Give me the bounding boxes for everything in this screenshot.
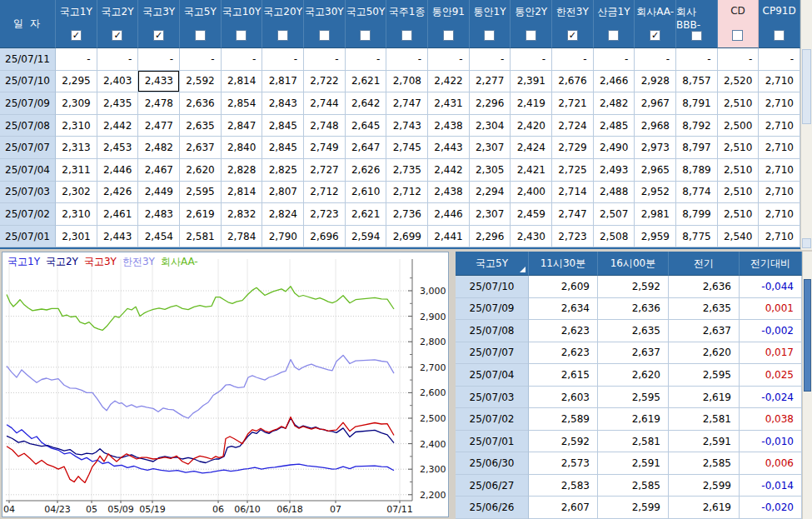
detail-value-cell[interactable]: 2,589 bbox=[529, 408, 598, 431]
value-cell[interactable]: 2,443 bbox=[97, 226, 139, 248]
column-checkbox[interactable]: ✓ bbox=[319, 30, 330, 41]
value-cell[interactable]: 2,493 bbox=[594, 159, 635, 182]
detail-value-cell[interactable]: 2,595 bbox=[598, 387, 669, 409]
value-cell[interactable]: 2,296 bbox=[470, 226, 511, 248]
value-cell[interactable]: - bbox=[470, 48, 511, 71]
value-cell[interactable]: 2,482 bbox=[138, 137, 180, 159]
value-cell[interactable]: 8,792 bbox=[676, 115, 718, 137]
value-cell[interactable]: 2,710 bbox=[759, 115, 800, 137]
value-cell[interactable]: 2,721 bbox=[552, 92, 594, 115]
value-cell[interactable]: 2,610 bbox=[346, 182, 387, 204]
value-cell[interactable]: - bbox=[594, 48, 635, 71]
value-cell[interactable]: 2,952 bbox=[635, 182, 676, 204]
value-cell[interactable]: 2,438 bbox=[428, 115, 470, 137]
value-cell[interactable]: 2,621 bbox=[346, 71, 387, 93]
date-cell[interactable]: 25/07/02 bbox=[0, 203, 56, 226]
value-cell[interactable]: 2,294 bbox=[470, 182, 511, 204]
value-cell[interactable]: 2,710 bbox=[759, 92, 800, 115]
detail-value-cell[interactable]: 2,619 bbox=[598, 408, 669, 431]
value-cell[interactable]: 2,453 bbox=[97, 137, 139, 159]
value-cell[interactable]: 2,725 bbox=[552, 159, 594, 182]
column-checkbox[interactable]: ✓ bbox=[236, 30, 247, 41]
column-checkbox[interactable]: ✓ bbox=[443, 30, 454, 41]
column-header-9[interactable]: 통안91✓ bbox=[428, 0, 470, 48]
value-cell[interactable]: 2,710 bbox=[759, 203, 800, 226]
value-cell[interactable]: 2,621 bbox=[346, 203, 387, 226]
value-cell[interactable]: 2,510 bbox=[718, 182, 760, 204]
value-cell[interactable]: 2,748 bbox=[304, 115, 346, 137]
value-cell[interactable]: 2,828 bbox=[222, 159, 263, 182]
detail-value-cell[interactable]: 2,573 bbox=[529, 452, 598, 475]
value-cell[interactable]: 2,296 bbox=[470, 92, 511, 115]
value-cell[interactable]: 2,981 bbox=[635, 203, 676, 226]
column-checkbox[interactable]: ✓ bbox=[277, 30, 288, 41]
value-cell[interactable]: 2,477 bbox=[138, 115, 180, 137]
value-cell[interactable]: 2,645 bbox=[346, 115, 387, 137]
value-cell[interactable]: 2,302 bbox=[56, 182, 97, 204]
detail-sort-column-header[interactable]: 국고5Y bbox=[456, 252, 529, 276]
change-cell[interactable]: -0,044 bbox=[740, 276, 802, 298]
detail-value-cell[interactable]: 2,583 bbox=[529, 475, 598, 497]
value-cell[interactable]: - bbox=[222, 48, 263, 71]
change-cell[interactable]: 0,001 bbox=[740, 298, 802, 321]
value-cell[interactable]: 2,391 bbox=[511, 71, 552, 93]
value-cell[interactable]: 2,747 bbox=[552, 203, 594, 226]
value-cell[interactable]: 2,443 bbox=[428, 137, 470, 159]
value-cell[interactable]: 2,422 bbox=[428, 71, 470, 93]
scrollbar-thumb[interactable] bbox=[802, 49, 811, 124]
value-cell[interactable]: - bbox=[552, 48, 594, 71]
detail-value-cell[interactable]: 2,599 bbox=[669, 475, 740, 497]
value-cell[interactable]: 2,790 bbox=[262, 226, 304, 248]
scrollbar-down-button[interactable] bbox=[802, 238, 811, 248]
value-cell[interactable]: 2,305 bbox=[470, 159, 511, 182]
detail-value-cell[interactable]: 2,592 bbox=[529, 431, 598, 453]
detail-column-header-0[interactable]: 11시30분 bbox=[529, 252, 598, 276]
value-cell[interactable]: 2,310 bbox=[56, 115, 97, 137]
value-cell[interactable]: 2,313 bbox=[56, 137, 97, 159]
change-cell[interactable]: -0,014 bbox=[740, 475, 802, 497]
date-cell[interactable]: 25/07/10 bbox=[0, 71, 56, 93]
change-cell[interactable]: 0,025 bbox=[740, 364, 802, 387]
value-cell[interactable]: - bbox=[262, 48, 304, 71]
column-checkbox[interactable]: ✓ bbox=[484, 30, 495, 41]
value-cell[interactable]: 2,426 bbox=[97, 182, 139, 204]
column-checkbox[interactable]: ✓ bbox=[153, 30, 164, 41]
value-cell[interactable]: 2,421 bbox=[511, 159, 552, 182]
column-checkbox[interactable]: ✓ bbox=[774, 30, 785, 41]
detail-table-scrollbar[interactable] bbox=[802, 252, 812, 519]
value-cell[interactable]: 2,510 bbox=[718, 159, 760, 182]
value-cell[interactable]: 8,799 bbox=[676, 203, 718, 226]
value-cell[interactable]: 2,824 bbox=[262, 203, 304, 226]
column-header-4[interactable]: 국고10Y✓ bbox=[222, 0, 263, 48]
value-cell[interactable]: 2,973 bbox=[635, 137, 676, 159]
value-cell[interactable]: 2,712 bbox=[304, 182, 346, 204]
value-cell[interactable]: 2,510 bbox=[718, 137, 760, 159]
detail-value-cell[interactable]: 2,635 bbox=[669, 298, 740, 321]
value-cell[interactable]: 2,817 bbox=[262, 71, 304, 93]
detail-value-cell[interactable]: 2,623 bbox=[529, 342, 598, 365]
value-cell[interactable]: 2,723 bbox=[552, 226, 594, 248]
detail-value-cell[interactable]: 2,636 bbox=[669, 276, 740, 298]
date-cell[interactable]: 25/07/11 bbox=[0, 48, 56, 71]
value-cell[interactable]: 8,789 bbox=[676, 159, 718, 182]
value-cell[interactable]: 2,490 bbox=[594, 137, 635, 159]
value-cell[interactable]: 2,727 bbox=[304, 159, 346, 182]
detail-value-cell[interactable]: 2,615 bbox=[529, 364, 598, 387]
value-cell[interactable]: 2,807 bbox=[262, 182, 304, 204]
detail-column-header-1[interactable]: 16시00분 bbox=[598, 252, 669, 276]
value-cell[interactable]: 2,736 bbox=[386, 203, 428, 226]
value-cell[interactable]: 2,482 bbox=[594, 92, 635, 115]
value-cell[interactable]: 2,743 bbox=[386, 115, 428, 137]
detail-value-cell[interactable]: 2,620 bbox=[669, 342, 740, 365]
column-header-12[interactable]: 한전3Y✓ bbox=[552, 0, 594, 48]
detail-date-cell[interactable]: 25/07/10 bbox=[456, 276, 529, 298]
value-cell[interactable]: 2,430 bbox=[511, 226, 552, 248]
value-cell[interactable]: 2,729 bbox=[552, 137, 594, 159]
value-cell[interactable]: 2,637 bbox=[180, 137, 222, 159]
change-cell[interactable]: -0,024 bbox=[740, 387, 802, 409]
detail-value-cell[interactable]: 2,623 bbox=[529, 320, 598, 342]
detail-date-cell[interactable]: 25/07/02 bbox=[456, 408, 529, 431]
detail-value-cell[interactable]: 2,585 bbox=[669, 452, 740, 475]
column-header-11[interactable]: 통안2Y✓ bbox=[511, 0, 552, 48]
value-cell[interactable]: 2,825 bbox=[262, 159, 304, 182]
